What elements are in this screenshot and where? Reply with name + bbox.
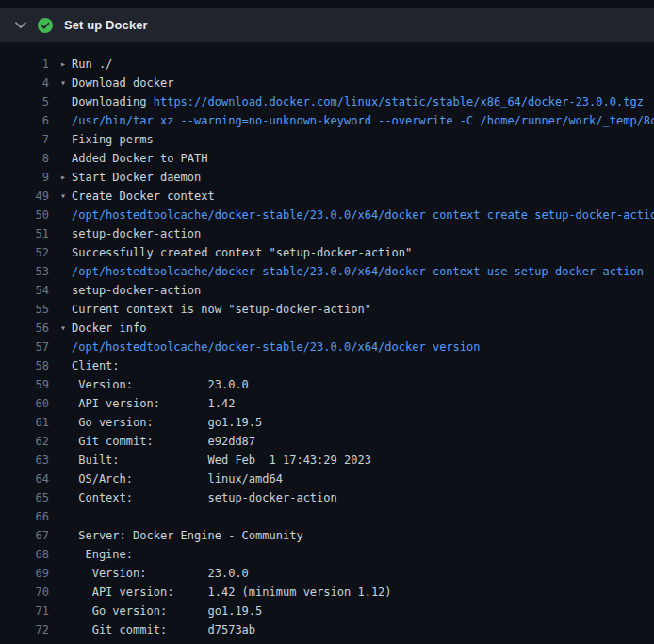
step-header[interactable]: Set up Docker [0, 8, 654, 42]
log-text: Server: Docker Engine - Community [72, 526, 303, 545]
group-expanded-icon[interactable]: ▾ [60, 319, 72, 338]
download-url-link[interactable]: https://download.docker.com/linux/static… [154, 95, 644, 108]
log-text: Fixing perms [72, 130, 154, 149]
log-text: Version: 23.0.0 [72, 375, 249, 394]
log-text: Git commit: d7573ab [72, 620, 255, 639]
log-line: 49▾Create Docker context [0, 187, 654, 206]
command-text: /usr/bin/tar xz --warning=no-unknown-key… [72, 111, 654, 130]
log-line: 57/opt/hostedtoolcache/docker-stable/23.… [0, 338, 654, 356]
log-text: API version: 1.42 [72, 394, 235, 413]
line-number[interactable]: 69 [0, 564, 49, 583]
log-line: 68 Engine: [0, 545, 654, 564]
log-line: 6/usr/bin/tar xz --warning=no-unknown-ke… [0, 111, 654, 130]
chevron-down-icon[interactable] [15, 22, 26, 29]
line-number[interactable]: 72 [0, 620, 49, 639]
line-number[interactable]: 65 [0, 488, 49, 507]
line-number[interactable]: 50 [0, 206, 49, 224]
log-line: 51setup-docker-action [0, 224, 654, 243]
log-line: 66 [0, 507, 654, 526]
line-number[interactable]: 7 [0, 130, 49, 149]
log-text: Downloading [72, 95, 154, 108]
log-line: 55Current context is now "setup-docker-a… [0, 300, 654, 319]
log-text: Built: Wed Feb 1 17:43:29 2023 [72, 451, 371, 470]
log-line: 8Added Docker to PATH [0, 149, 654, 168]
group-collapsed-icon[interactable]: ▸ [60, 168, 72, 187]
log-line: 59 Version: 23.0.0 [0, 375, 654, 394]
log-text: Engine: [72, 545, 133, 564]
group-title[interactable]: Docker info [72, 319, 146, 338]
success-check-icon [38, 18, 53, 33]
line-number[interactable]: 66 [0, 507, 49, 526]
log-line: 56▾Docker info [0, 319, 654, 338]
log: 1▸Run ./4▾Download docker5Downloading ht… [0, 42, 654, 644]
line-number[interactable]: 64 [0, 470, 49, 488]
group-title[interactable]: Run ./ [72, 55, 112, 74]
line-number[interactable]: 8 [0, 149, 49, 168]
log-line: 61 Go version: go1.19.5 [0, 413, 654, 432]
log-text: OS/Arch: linux/amd64 [72, 470, 283, 488]
log-text: setup-docker-action [72, 281, 201, 300]
log-line: 70 API version: 1.42 (minimum version 1.… [0, 583, 654, 602]
log-text: Successfully created context "setup-dock… [72, 243, 412, 262]
line-number[interactable]: 51 [0, 224, 49, 243]
log-text: Current context is now "setup-docker-act… [72, 300, 371, 319]
line-number[interactable]: 53 [0, 262, 49, 281]
step-title: Set up Docker [64, 18, 148, 32]
command-text: /opt/hostedtoolcache/docker-stable/23.0.… [72, 206, 654, 224]
log-line: 50/opt/hostedtoolcache/docker-stable/23.… [0, 206, 654, 224]
log-line: 71 Go version: go1.19.5 [0, 602, 654, 620]
log-text: Version: 23.0.0 [72, 564, 249, 583]
log-line: 72 Git commit: d7573ab [0, 620, 654, 639]
line-number[interactable]: 1 [0, 55, 49, 74]
line-number[interactable]: 54 [0, 281, 49, 300]
line-number[interactable]: 49 [0, 187, 49, 206]
log-line: 5Downloading https://download.docker.com… [0, 92, 654, 111]
line-number[interactable]: 9 [0, 168, 49, 187]
command-text: /opt/hostedtoolcache/docker-stable/23.0.… [72, 338, 480, 356]
log-line: 1▸Run ./ [0, 55, 654, 74]
line-number[interactable]: 60 [0, 394, 49, 413]
log-line: 54setup-docker-action [0, 281, 654, 300]
group-collapsed-icon[interactable]: ▸ [60, 55, 72, 74]
log-text: Git commit: e92dd87 [72, 432, 255, 451]
line-number[interactable]: 68 [0, 545, 49, 564]
line-number[interactable]: 55 [0, 300, 49, 319]
log-line: 7Fixing perms [0, 130, 654, 149]
log-line: 53/opt/hostedtoolcache/docker-stable/23.… [0, 262, 654, 281]
log-line: 52Successfully created context "setup-do… [0, 243, 654, 262]
log-line: 58Client: [0, 356, 654, 375]
log-text: API version: 1.42 (minimum version 1.12) [72, 583, 392, 602]
log-text: setup-docker-action [72, 224, 201, 243]
log-line: 63 Built: Wed Feb 1 17:43:29 2023 [0, 451, 654, 470]
group-expanded-icon[interactable]: ▾ [60, 187, 72, 206]
line-number[interactable]: 71 [0, 602, 49, 620]
line-number[interactable]: 52 [0, 243, 49, 262]
log-line: 60 API version: 1.42 [0, 394, 654, 413]
log-line: 4▾Download docker [0, 74, 654, 92]
line-number[interactable]: 6 [0, 111, 49, 130]
line-number[interactable]: 59 [0, 375, 49, 394]
log-text: Go version: go1.19.5 [72, 413, 262, 432]
log-line: 65 Context: setup-docker-action [0, 488, 654, 507]
log-text: Go version: go1.19.5 [72, 602, 262, 620]
log-line: 9▸Start Docker daemon [0, 168, 654, 187]
log-text: Added Docker to PATH [72, 149, 208, 168]
line-number[interactable]: 5 [0, 92, 49, 111]
line-number[interactable]: 57 [0, 338, 49, 356]
line-number[interactable]: 63 [0, 451, 49, 470]
line-number[interactable]: 56 [0, 319, 49, 338]
line-number[interactable]: 70 [0, 583, 49, 602]
line-number[interactable]: 61 [0, 413, 49, 432]
group-title[interactable]: Create Docker context [72, 187, 215, 206]
group-expanded-icon[interactable]: ▾ [60, 74, 72, 92]
group-title[interactable]: Start Docker daemon [72, 168, 201, 187]
line-number[interactable]: 62 [0, 432, 49, 451]
line-number[interactable]: 4 [0, 74, 49, 92]
log-text: Downloading https://download.docker.com/… [72, 92, 644, 111]
log-text: Context: setup-docker-action [72, 488, 337, 507]
line-number[interactable]: 58 [0, 356, 49, 375]
group-title[interactable]: Download docker [72, 74, 173, 92]
line-number[interactable]: 67 [0, 526, 49, 545]
log-text: Client: [72, 356, 120, 375]
log-line: 67 Server: Docker Engine - Community [0, 526, 654, 545]
